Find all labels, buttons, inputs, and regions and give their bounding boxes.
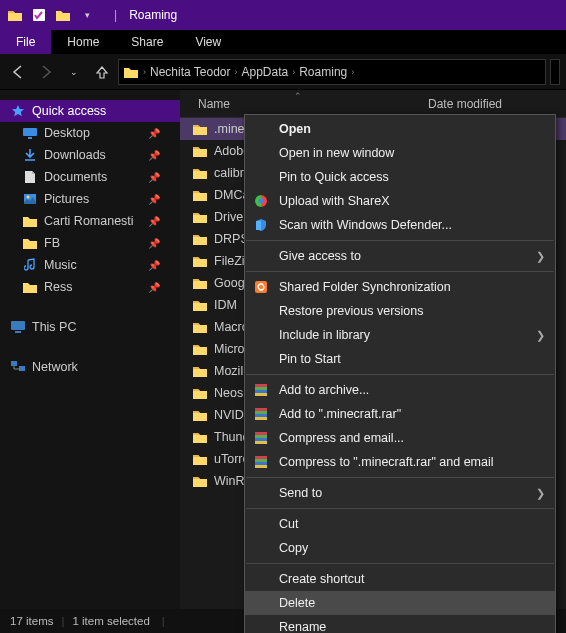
nav-label: Desktop [44,126,90,140]
search-input[interactable] [550,59,560,85]
breadcrumb[interactable]: Nechita Teodor› [150,65,238,79]
menu-item[interactable]: Give access to❯ [245,244,555,268]
menu-item[interactable]: Pin to Start [245,347,555,371]
tab-home[interactable]: Home [51,30,115,54]
menu-item[interactable]: Rename [245,615,555,633]
svg-rect-20 [255,411,267,414]
menu-item[interactable]: Add to ".minecraft.rar" [245,402,555,426]
pin-icon: 📌 [148,216,160,227]
menu-item[interactable]: Upload with ShareX [245,189,555,213]
menu-separator [246,477,554,478]
nav-item[interactable]: Ress 📌 [0,276,180,298]
folder-icon-2[interactable] [52,4,74,26]
downloads-icon [22,148,38,162]
desktop-icon [22,126,38,140]
column-name[interactable]: Name ⌃ [180,97,420,111]
folder-icon [192,386,208,400]
menu-item[interactable]: Restore previous versions [245,299,555,323]
qat-dropdown-icon[interactable]: ▾ [76,4,98,26]
nav-label: Carti Romanesti [44,214,134,228]
ribbon-tabs: File Home Share View [0,30,566,54]
nav-item[interactable]: Pictures 📌 [0,188,180,210]
menu-item[interactable]: Include in library❯ [245,323,555,347]
folder-icon[interactable] [4,4,26,26]
svg-rect-26 [255,438,267,441]
folder-icon [192,364,208,378]
menu-item[interactable]: Delete [245,591,555,615]
svg-rect-17 [255,393,267,396]
nav-label: This PC [32,320,76,334]
svg-rect-30 [255,459,267,462]
menu-item[interactable]: Compress and email... [245,426,555,450]
pin-icon: 📌 [148,282,160,293]
nav-item[interactable]: Desktop 📌 [0,122,180,144]
menu-item-label: Create shortcut [279,572,364,586]
file-name: IDM [214,298,237,312]
menu-item-label: Rename [279,620,326,633]
nav-this-pc[interactable]: This PC [0,316,180,338]
menu-separator [246,374,554,375]
folder-icon [22,280,38,294]
svg-rect-25 [255,435,267,438]
status-count: 17 items [10,615,53,627]
nav-item[interactable]: Carti Romanesti 📌 [0,210,180,232]
sync-icon [253,279,269,295]
address-bar[interactable]: › Nechita Teodor› AppData› Roaming› [118,59,546,85]
nav-label: Network [32,360,78,374]
context-menu: OpenOpen in new windowPin to Quick acces… [244,114,556,633]
svg-rect-6 [15,331,21,333]
menu-item[interactable]: Scan with Windows Defender... [245,213,555,237]
nav-item[interactable]: Music 📌 [0,254,180,276]
menu-item[interactable]: Copy [245,536,555,560]
tab-file[interactable]: File [0,30,51,54]
breadcrumb-sep[interactable]: › [143,67,146,77]
pin-icon: 📌 [148,172,160,183]
folder-icon [192,254,208,268]
menu-item[interactable]: Open [245,117,555,141]
menu-item-label: Cut [279,517,298,531]
folder-icon [192,342,208,356]
nav-quick-access[interactable]: Quick access [0,100,180,122]
column-date-modified[interactable]: Date modified [420,97,566,111]
recent-dropdown[interactable]: ⌄ [62,60,86,84]
menu-item[interactable]: Create shortcut [245,567,555,591]
svg-rect-14 [255,384,267,387]
star-icon [10,104,26,118]
svg-rect-12 [255,281,267,293]
menu-item[interactable]: Pin to Quick access [245,165,555,189]
up-button[interactable] [90,60,114,84]
menu-item[interactable]: Compress to ".minecraft.rar" and email [245,450,555,474]
nav-label: Downloads [44,148,106,162]
svg-rect-27 [255,441,267,444]
svg-point-4 [27,196,30,199]
back-button[interactable] [6,60,30,84]
menu-item-label: Compress to ".minecraft.rar" and email [279,455,494,469]
nav-item[interactable]: Downloads 📌 [0,144,180,166]
tab-share[interactable]: Share [115,30,179,54]
svg-rect-24 [255,432,267,435]
menu-item[interactable]: Shared Folder Synchronization [245,275,555,299]
nav-item[interactable]: Documents 📌 [0,166,180,188]
tab-view[interactable]: View [179,30,237,54]
pin-icon: 📌 [148,238,160,249]
title-divider: | [114,8,117,22]
breadcrumb[interactable]: AppData› [242,65,296,79]
forward-button[interactable] [34,60,58,84]
nav-label: Music [44,258,77,272]
menu-item[interactable]: Open in new window [245,141,555,165]
folder-icon [192,144,208,158]
svg-rect-22 [255,417,267,420]
breadcrumb[interactable]: Roaming› [299,65,354,79]
menu-item[interactable]: Cut [245,512,555,536]
nav-label: Pictures [44,192,89,206]
nav-item[interactable]: FB 📌 [0,232,180,254]
nav-network[interactable]: Network [0,356,180,378]
pictures-icon [22,193,38,205]
menu-item-label: Restore previous versions [279,304,424,318]
folder-icon [192,298,208,312]
menu-item[interactable]: Add to archive... [245,378,555,402]
menu-item[interactable]: Send to❯ [245,481,555,505]
properties-icon[interactable] [28,4,50,26]
svg-rect-15 [255,387,267,390]
svg-rect-5 [11,321,25,330]
